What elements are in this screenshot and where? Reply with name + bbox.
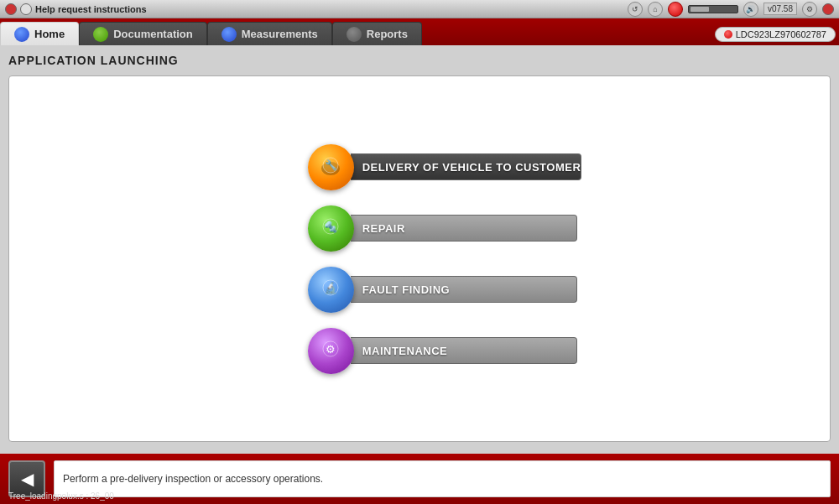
tab-measurements[interactable]: Measurements [207, 22, 332, 45]
fault-svg-icon: 🔬 [317, 276, 344, 303]
system-bar-right: ↺ ⌂ 🔊 v07.58 ⚙ [628, 2, 834, 17]
repair-svg-icon: 🔩 [317, 215, 344, 242]
svg-text:🔧: 🔧 [325, 158, 337, 171]
tab-reports-label: Reports [367, 28, 408, 40]
delivery-svg-icon: 🔧 [317, 153, 344, 180]
reports-tab-icon [347, 27, 362, 42]
tab-documentation-label: Documentation [113, 28, 193, 40]
volume-bar [688, 5, 738, 13]
back-arrow-icon: ◀ [21, 469, 34, 489]
status-text: Perform a pre-delivery inspection or acc… [63, 473, 323, 485]
delivery-icon: 🔧 [308, 144, 354, 190]
home-sys-icon[interactable]: ⌂ [648, 2, 663, 17]
settings-icon[interactable]: ⚙ [802, 2, 817, 17]
content-box: 🔧 DELIVERY OF VEHICLE TO CUSTOMER 🔩 REPA… [8, 75, 831, 442]
delivery-button[interactable]: 🔧 DELIVERY OF VEHICLE TO CUSTOMER [308, 144, 582, 190]
tab-measurements-label: Measurements [242, 28, 318, 40]
help-icon [20, 3, 32, 15]
section-title: APPLICATION LAUNCHING [8, 54, 831, 67]
tab-documentation[interactable]: Documentation [79, 22, 207, 45]
stop-icon[interactable] [668, 2, 683, 17]
bottom-bar: ◀ Perform a pre-delivery inspection or a… [0, 454, 839, 504]
home-tab-icon [14, 27, 29, 42]
maintenance-svg-icon: ⚙ [317, 337, 344, 364]
tab-home-label: Home [34, 28, 65, 40]
window-close-icon[interactable] [822, 3, 834, 15]
vehicle-id-text: LDC923LZ970602787 [736, 29, 826, 39]
repair-button[interactable]: 🔩 REPAIR [308, 205, 577, 252]
system-bar: Help request instructions ↺ ⌂ 🔊 v07.58 ⚙ [0, 0, 839, 18]
system-bar-title: Help request instructions [35, 4, 147, 14]
speaker-icon[interactable]: 🔊 [743, 2, 758, 17]
system-bar-left: Help request instructions [5, 3, 147, 15]
svg-text:🔬: 🔬 [324, 281, 338, 295]
tab-reports[interactable]: Reports [332, 22, 422, 45]
fault-icon: 🔬 [308, 267, 354, 313]
refresh-icon[interactable]: ↺ [628, 2, 643, 17]
repair-icon: 🔩 [308, 205, 354, 252]
repair-label: REPAIR [351, 215, 577, 242]
main-content: APPLICATION LAUNCHING 🔧 DELIVERY OF VEHI… [0, 45, 839, 454]
vehicle-id-badge: LDC923LZ970602787 [715, 27, 836, 42]
svg-text:🔩: 🔩 [324, 220, 338, 234]
version-label: v07.58 [763, 3, 797, 15]
tab-bar-right: LDC923LZ970602787 [715, 27, 839, 45]
buttons-container: 🔧 DELIVERY OF VEHICLE TO CUSTOMER 🔩 REPA… [258, 144, 582, 374]
documentation-tab-icon [93, 27, 108, 42]
close-icon[interactable] [5, 3, 17, 15]
vehicle-id-dot-icon [724, 30, 732, 39]
delivery-label: DELIVERY OF VEHICLE TO CUSTOMER [351, 153, 582, 180]
fault-label: FAULT FINDING [351, 276, 577, 303]
maintenance-button[interactable]: ⚙ MAINTENANCE [308, 328, 577, 374]
tab-home[interactable]: Home [0, 22, 79, 45]
maintenance-icon: ⚙ [308, 328, 354, 374]
svg-text:⚙: ⚙ [326, 343, 336, 356]
fault-button[interactable]: 🔬 FAULT FINDING [308, 267, 577, 313]
volume-fill [690, 7, 709, 12]
tab-bar: Home Documentation Measurements Reports … [0, 18, 839, 45]
maintenance-label: MAINTENANCE [351, 337, 577, 364]
status-text-box: Perform a pre-delivery inspection or acc… [54, 460, 831, 497]
file-label: Tree_loadingpolux.s : 26_00 [8, 491, 114, 501]
measurements-tab-icon [221, 27, 237, 42]
